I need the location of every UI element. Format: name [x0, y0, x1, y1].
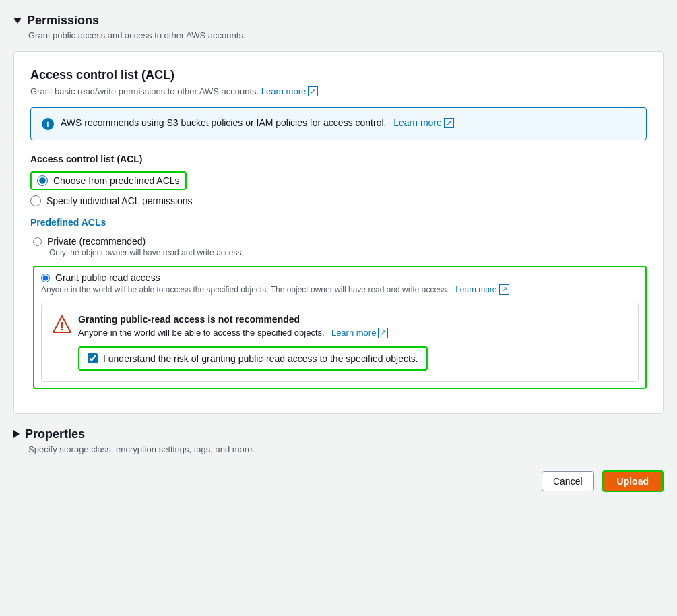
info-banner: i AWS recommends using S3 bucket policie…	[30, 107, 647, 140]
properties-section: Properties Specify storage class, encryp…	[13, 427, 664, 454]
radio-specify-individual-label[interactable]: Specify individual ACL permissions	[46, 195, 193, 206]
cancel-button[interactable]: Cancel	[542, 471, 594, 491]
warning-text-block: Granting public-read access is not recom…	[78, 314, 388, 338]
acl-card: Access control list (ACL) Grant basic re…	[13, 51, 664, 414]
acl-card-title: Access control list (ACL)	[30, 68, 647, 82]
properties-expand-icon	[13, 430, 20, 438]
predefined-option-public-read: Grant public-read access Anyone in the w…	[33, 266, 647, 388]
warning-header: ! Granting public-read access is not rec…	[53, 314, 627, 338]
properties-subtitle: Specify storage class, encryption settin…	[28, 444, 664, 454]
properties-header[interactable]: Properties	[13, 427, 664, 441]
footer-buttons: Cancel Upload	[13, 470, 664, 492]
public-read-learn-more[interactable]: Learn more ↗	[451, 284, 509, 295]
info-banner-learn-more[interactable]: Learn more ↗	[389, 117, 453, 128]
permissions-expand-icon	[13, 18, 22, 24]
radio-private[interactable]	[33, 237, 42, 246]
acl-card-subtitle: Grant basic read/write permissions to ot…	[30, 86, 647, 96]
radio-choose-predefined[interactable]	[37, 175, 48, 186]
radio-item-choose-predefined[interactable]: Choose from predefined ACLs	[30, 171, 647, 190]
acl-radio-group: Choose from predefined ACLs Specify indi…	[30, 171, 647, 206]
radio-private-label[interactable]: Private (recommended)	[47, 236, 146, 247]
radio-grant-public-read[interactable]	[41, 274, 50, 282]
info-icon: i	[42, 118, 54, 130]
permissions-section: Permissions Grant public access and acce…	[13, 13, 664, 492]
permissions-heading: Permissions	[27, 13, 99, 28]
predefined-private-desc: Only the object owner will have read and…	[49, 248, 647, 257]
warning-triangle-icon: !	[53, 315, 71, 334]
public-read-external-icon: ↗	[499, 284, 509, 295]
acknowledge-checkbox[interactable]	[88, 353, 98, 363]
predefined-options: Private (recommended) Only the object ow…	[33, 236, 647, 388]
predefined-public-read-radio-row[interactable]: Grant public-read access	[41, 272, 639, 283]
warning-learn-more[interactable]: Learn more ↗	[327, 328, 388, 338]
radio-item-specify-individual[interactable]: Specify individual ACL permissions	[30, 195, 647, 206]
predefined-option-private: Private (recommended) Only the object ow…	[33, 236, 647, 257]
acl-card-subtitle-text: Grant basic read/write permissions to ot…	[30, 86, 259, 96]
warning-external-icon: ↗	[378, 328, 388, 338]
radio-public-read-label[interactable]: Grant public-read access	[55, 272, 160, 283]
warning-title: Granting public-read access is not recom…	[78, 314, 388, 325]
upload-button[interactable]: Upload	[602, 470, 664, 492]
permissions-subtitle: Grant public access and access to other …	[28, 30, 664, 40]
acknowledge-label[interactable]: I understand the risk of granting public…	[103, 353, 418, 364]
warning-body: Anyone in the world will be able to acce…	[78, 328, 388, 338]
warning-box: ! Granting public-read access is not rec…	[41, 303, 639, 381]
permissions-header[interactable]: Permissions	[13, 13, 664, 28]
radio-specify-individual[interactable]	[30, 195, 41, 206]
acl-section-label: Access control list (ACL)	[30, 154, 647, 164]
external-link-icon: ↗	[308, 86, 318, 96]
acl-learn-more-link[interactable]: Learn more ↗	[261, 86, 318, 96]
info-banner-text: AWS recommends using S3 bucket policies …	[61, 117, 454, 128]
highlighted-radio-wrapper: Choose from predefined ACLs	[30, 171, 187, 190]
predefined-private-radio-row[interactable]: Private (recommended)	[33, 236, 647, 247]
acknowledge-checkbox-wrapper[interactable]: I understand the risk of granting public…	[78, 346, 428, 371]
predefined-acls-label: Predefined ACLs	[30, 217, 647, 228]
info-external-icon: ↗	[444, 118, 454, 128]
svg-text:!: !	[60, 321, 63, 332]
radio-choose-predefined-label[interactable]: Choose from predefined ACLs	[53, 175, 180, 186]
properties-heading: Properties	[25, 427, 85, 441]
public-read-desc: Anyone in the world will be able to acce…	[41, 284, 639, 295]
